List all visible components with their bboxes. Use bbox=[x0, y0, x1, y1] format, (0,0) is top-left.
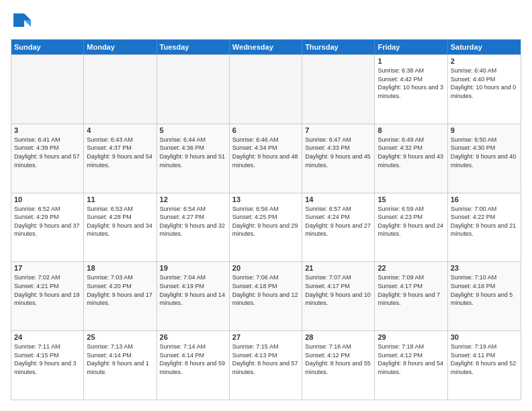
calendar-cell: 1Sunrise: 6:38 AM Sunset: 4:42 PM Daylig… bbox=[375, 55, 447, 124]
day-number: 7 bbox=[305, 126, 371, 134]
calendar-cell: 25Sunrise: 7:13 AM Sunset: 4:14 PM Dayli… bbox=[84, 331, 157, 400]
day-info: Sunrise: 7:04 AM Sunset: 4:19 PM Dayligh… bbox=[160, 273, 226, 307]
day-info: Sunrise: 6:43 AM Sunset: 4:37 PM Dayligh… bbox=[87, 136, 153, 169]
weekday-header: Monday bbox=[84, 40, 157, 54]
weekday-header: Tuesday bbox=[157, 40, 230, 54]
svg-rect-2 bbox=[13, 13, 24, 27]
day-number: 29 bbox=[378, 333, 444, 341]
day-info: Sunrise: 6:49 AM Sunset: 4:32 PM Dayligh… bbox=[378, 136, 444, 169]
weekday-header: Wednesday bbox=[230, 40, 302, 54]
calendar-cell: 18Sunrise: 7:03 AM Sunset: 4:20 PM Dayli… bbox=[84, 262, 157, 330]
day-number: 30 bbox=[451, 333, 518, 341]
calendar-row: 17Sunrise: 7:02 AM Sunset: 4:21 PM Dayli… bbox=[11, 261, 521, 330]
day-info: Sunrise: 7:14 AM Sunset: 4:14 PM Dayligh… bbox=[160, 342, 226, 376]
day-info: Sunrise: 6:57 AM Sunset: 4:24 PM Dayligh… bbox=[305, 205, 371, 238]
day-number: 19 bbox=[160, 264, 226, 272]
calendar-cell: 9Sunrise: 6:50 AM Sunset: 4:30 PM Daylig… bbox=[448, 124, 521, 193]
day-info: Sunrise: 6:53 AM Sunset: 4:28 PM Dayligh… bbox=[87, 205, 153, 238]
day-number: 1 bbox=[378, 57, 444, 65]
calendar-cell: 10Sunrise: 6:52 AM Sunset: 4:29 PM Dayli… bbox=[11, 193, 84, 262]
calendar-cell bbox=[157, 55, 230, 124]
day-number: 22 bbox=[378, 264, 444, 272]
day-number: 13 bbox=[232, 195, 299, 203]
weekday-header: Sunday bbox=[11, 40, 84, 54]
calendar-cell: 4Sunrise: 6:43 AM Sunset: 4:37 PM Daylig… bbox=[84, 124, 157, 193]
day-number: 18 bbox=[87, 264, 153, 272]
calendar-cell bbox=[84, 55, 157, 124]
calendar-cell: 30Sunrise: 7:19 AM Sunset: 4:11 PM Dayli… bbox=[448, 331, 521, 400]
calendar-cell: 26Sunrise: 7:14 AM Sunset: 4:14 PM Dayli… bbox=[157, 331, 230, 400]
calendar-row: 1Sunrise: 6:38 AM Sunset: 4:42 PM Daylig… bbox=[11, 54, 521, 124]
calendar-row: 10Sunrise: 6:52 AM Sunset: 4:29 PM Dayli… bbox=[11, 193, 521, 262]
day-number: 5 bbox=[160, 126, 226, 134]
calendar-cell: 20Sunrise: 7:06 AM Sunset: 4:18 PM Dayli… bbox=[230, 262, 302, 330]
day-number: 6 bbox=[232, 126, 299, 134]
calendar-cell: 16Sunrise: 7:00 AM Sunset: 4:22 PM Dayli… bbox=[448, 193, 521, 262]
day-number: 24 bbox=[14, 333, 81, 341]
day-info: Sunrise: 7:13 AM Sunset: 4:14 PM Dayligh… bbox=[87, 342, 153, 376]
day-info: Sunrise: 6:41 AM Sunset: 4:39 PM Dayligh… bbox=[14, 136, 81, 169]
calendar-cell bbox=[230, 55, 302, 124]
day-number: 9 bbox=[451, 126, 518, 134]
calendar-cell: 28Sunrise: 7:16 AM Sunset: 4:12 PM Dayli… bbox=[302, 331, 375, 400]
day-number: 8 bbox=[378, 126, 444, 134]
calendar-cell: 24Sunrise: 7:11 AM Sunset: 4:15 PM Dayli… bbox=[11, 331, 84, 400]
svg-marker-1 bbox=[24, 20, 31, 27]
calendar-cell: 8Sunrise: 6:49 AM Sunset: 4:32 PM Daylig… bbox=[375, 124, 447, 193]
day-info: Sunrise: 7:19 AM Sunset: 4:11 PM Dayligh… bbox=[451, 342, 518, 376]
day-number: 26 bbox=[160, 333, 226, 341]
calendar-header: SundayMondayTuesdayWednesdayThursdayFrid… bbox=[11, 40, 521, 54]
calendar-cell: 23Sunrise: 7:10 AM Sunset: 4:16 PM Dayli… bbox=[448, 262, 521, 330]
calendar-cell bbox=[302, 55, 375, 124]
day-number: 4 bbox=[87, 126, 153, 134]
day-info: Sunrise: 7:03 AM Sunset: 4:20 PM Dayligh… bbox=[87, 273, 153, 307]
calendar-cell: 13Sunrise: 6:56 AM Sunset: 4:25 PM Dayli… bbox=[230, 193, 302, 262]
calendar-cell: 3Sunrise: 6:41 AM Sunset: 4:39 PM Daylig… bbox=[11, 124, 84, 193]
calendar-cell: 21Sunrise: 7:07 AM Sunset: 4:17 PM Dayli… bbox=[302, 262, 375, 330]
calendar-row: 3Sunrise: 6:41 AM Sunset: 4:39 PM Daylig… bbox=[11, 124, 521, 193]
day-number: 20 bbox=[232, 264, 299, 272]
day-info: Sunrise: 6:52 AM Sunset: 4:29 PM Dayligh… bbox=[14, 205, 81, 238]
calendar-cell: 6Sunrise: 6:46 AM Sunset: 4:34 PM Daylig… bbox=[230, 124, 302, 193]
day-info: Sunrise: 7:06 AM Sunset: 4:18 PM Dayligh… bbox=[232, 273, 299, 307]
day-info: Sunrise: 6:47 AM Sunset: 4:33 PM Dayligh… bbox=[305, 136, 371, 169]
day-info: Sunrise: 7:11 AM Sunset: 4:15 PM Dayligh… bbox=[14, 342, 81, 376]
day-number: 17 bbox=[14, 264, 81, 272]
day-number: 3 bbox=[14, 126, 81, 134]
day-info: Sunrise: 6:46 AM Sunset: 4:34 PM Dayligh… bbox=[232, 136, 299, 169]
calendar-cell: 17Sunrise: 7:02 AM Sunset: 4:21 PM Dayli… bbox=[11, 262, 84, 330]
day-number: 23 bbox=[451, 264, 518, 272]
day-info: Sunrise: 7:10 AM Sunset: 4:16 PM Dayligh… bbox=[451, 273, 518, 307]
svg-marker-0 bbox=[24, 13, 31, 20]
header bbox=[11, 11, 521, 32]
page: SundayMondayTuesdayWednesdayThursdayFrid… bbox=[0, 0, 532, 411]
day-number: 25 bbox=[87, 333, 153, 341]
logo bbox=[11, 11, 35, 32]
day-number: 2 bbox=[451, 57, 518, 65]
weekday-header: Friday bbox=[375, 40, 447, 54]
calendar-cell: 7Sunrise: 6:47 AM Sunset: 4:33 PM Daylig… bbox=[302, 124, 375, 193]
day-number: 27 bbox=[232, 333, 299, 341]
day-number: 21 bbox=[305, 264, 371, 272]
day-number: 10 bbox=[14, 195, 81, 203]
calendar-cell: 11Sunrise: 6:53 AM Sunset: 4:28 PM Dayli… bbox=[84, 193, 157, 262]
calendar-cell: 22Sunrise: 7:09 AM Sunset: 4:17 PM Dayli… bbox=[375, 262, 447, 330]
day-info: Sunrise: 6:54 AM Sunset: 4:27 PM Dayligh… bbox=[160, 205, 226, 238]
weekday-header: Thursday bbox=[302, 40, 375, 54]
calendar-cell: 5Sunrise: 6:44 AM Sunset: 4:36 PM Daylig… bbox=[157, 124, 230, 193]
day-number: 12 bbox=[160, 195, 226, 203]
day-number: 16 bbox=[451, 195, 518, 203]
logo-icon bbox=[11, 11, 32, 32]
calendar-row: 24Sunrise: 7:11 AM Sunset: 4:15 PM Dayli… bbox=[11, 330, 521, 400]
day-number: 14 bbox=[305, 195, 371, 203]
calendar-cell: 14Sunrise: 6:57 AM Sunset: 4:24 PM Dayli… bbox=[302, 193, 375, 262]
day-number: 15 bbox=[378, 195, 444, 203]
calendar-cell: 12Sunrise: 6:54 AM Sunset: 4:27 PM Dayli… bbox=[157, 193, 230, 262]
weekday-header: Saturday bbox=[448, 40, 521, 54]
day-info: Sunrise: 6:56 AM Sunset: 4:25 PM Dayligh… bbox=[232, 205, 299, 238]
calendar-cell: 27Sunrise: 7:15 AM Sunset: 4:13 PM Dayli… bbox=[230, 331, 302, 400]
day-info: Sunrise: 7:09 AM Sunset: 4:17 PM Dayligh… bbox=[378, 273, 444, 307]
calendar-cell: 2Sunrise: 6:40 AM Sunset: 4:40 PM Daylig… bbox=[448, 55, 521, 124]
day-number: 28 bbox=[305, 333, 371, 341]
calendar-cell: 29Sunrise: 7:18 AM Sunset: 4:12 PM Dayli… bbox=[375, 331, 447, 400]
